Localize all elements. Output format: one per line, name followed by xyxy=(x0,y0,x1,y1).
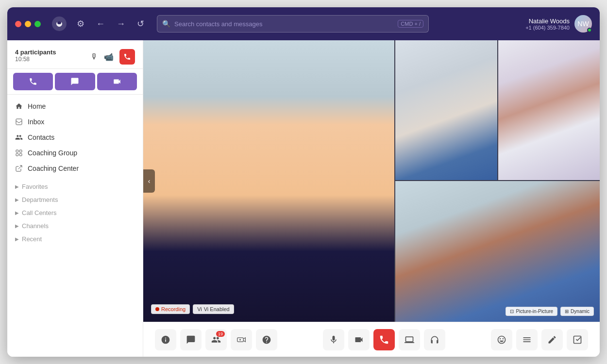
chat-button[interactable] xyxy=(180,329,202,350)
dynamic-label: Dynamic xyxy=(571,309,590,314)
departments-arrow: ▶ xyxy=(15,197,19,202)
call-centers-label: Call Centers xyxy=(22,209,57,216)
recording-badge: Recording Vi Vi Enabled xyxy=(151,304,234,314)
dynamic-icon: ⊞ xyxy=(565,309,569,314)
pip-badge-area: ⊡ Picture-in-Picture ⊞ Dynamic xyxy=(506,307,594,316)
call-controls: 🎙 📹 xyxy=(90,49,135,65)
video-action-button[interactable] xyxy=(97,73,137,90)
nav-contacts[interactable]: Contacts xyxy=(7,130,143,145)
search-bar[interactable]: 🔍 CMD + / xyxy=(157,15,429,33)
action-buttons xyxy=(7,69,143,95)
mic-icon[interactable]: 🎙 xyxy=(90,52,98,61)
call-time: 10:58 xyxy=(15,56,56,63)
rec-dot xyxy=(155,307,159,311)
bottom-toolbar: 19 xyxy=(143,322,600,357)
end-call-small-button[interactable] xyxy=(119,49,135,65)
nav-groups: ▶ Favorites ▶ Departments ▶ Call Centers… xyxy=(7,180,143,246)
nav-coaching-center-label: Coaching Center xyxy=(28,165,79,172)
close-button[interactable] xyxy=(15,21,21,27)
video-thumbnail-3: ⊡ Picture-in-Picture ⊞ Dynamic xyxy=(394,181,600,322)
video-thumbnail-1 xyxy=(394,40,497,181)
svg-rect-5 xyxy=(16,153,18,156)
app-logo xyxy=(51,15,68,33)
departments-label: Departments xyxy=(22,196,58,203)
info-button[interactable] xyxy=(155,329,176,350)
emoji-button[interactable] xyxy=(491,329,512,350)
call-centers-arrow: ▶ xyxy=(15,210,19,215)
video-thumbnail-2 xyxy=(497,40,600,181)
headphones-button[interactable] xyxy=(424,329,445,350)
recording-label: Recording xyxy=(161,306,185,312)
search-icon: 🔍 xyxy=(162,20,170,28)
message-action-button[interactable] xyxy=(55,73,95,90)
toolbar-left-group: 19 xyxy=(155,329,277,350)
checkbox-button[interactable] xyxy=(567,329,588,350)
svg-rect-11 xyxy=(574,336,581,343)
svg-line-7 xyxy=(18,165,22,169)
user-name: Natalie Woods xyxy=(525,17,570,25)
nav-coaching-group[interactable]: Coaching Group xyxy=(7,145,143,161)
phone-action-button[interactable] xyxy=(13,73,53,90)
user-text: Natalie Woods +1 (604) 359-7840 xyxy=(525,17,570,31)
microphone-button[interactable] xyxy=(323,329,344,350)
svg-rect-4 xyxy=(19,150,22,152)
nav-recent[interactable]: ▶ Recent xyxy=(7,232,143,246)
camera-button[interactable] xyxy=(348,329,370,350)
user-phone: +1 (604) 359-7840 xyxy=(525,25,570,31)
search-shortcut: CMD + / xyxy=(398,20,423,28)
nav-inbox[interactable]: Inbox xyxy=(7,114,143,130)
toolbar-right-group xyxy=(491,329,588,350)
vi-label: Vi xyxy=(197,306,202,312)
video-main-feed xyxy=(143,40,394,322)
participants-button[interactable]: 19 xyxy=(205,329,227,350)
end-call-button[interactable] xyxy=(373,329,395,350)
collapse-sidebar-button[interactable]: ‹ xyxy=(143,169,155,193)
nav-channels[interactable]: ▶ Channels xyxy=(7,219,143,232)
help-button[interactable] xyxy=(256,329,277,350)
video-grid: Recording Vi Vi Enabled xyxy=(143,40,600,322)
back-icon[interactable]: ← xyxy=(93,17,108,31)
svg-rect-6 xyxy=(19,153,22,156)
recent-label: Recent xyxy=(22,235,42,243)
nav-call-centers[interactable]: ▶ Call Centers xyxy=(7,206,143,219)
sidebar: 4 participants 10:58 🎙 📹 xyxy=(7,40,143,357)
nav-departments[interactable]: ▶ Departments xyxy=(7,193,143,206)
favorites-label: Favorites xyxy=(22,183,48,190)
minimize-button[interactable] xyxy=(25,21,31,27)
svg-rect-2 xyxy=(16,119,22,125)
channels-label: Channels xyxy=(22,222,49,230)
status-dot xyxy=(587,28,592,33)
content-area: ‹ Recording xyxy=(143,40,600,357)
video-feed-woman xyxy=(498,40,600,180)
titlebar: ⚙ ← → ↺ 🔍 CMD + / Natalie Woods +1 (604)… xyxy=(7,7,600,40)
video-main: Recording Vi Vi Enabled xyxy=(143,40,394,322)
nav-favorites[interactable]: ▶ Favorites xyxy=(7,180,143,193)
nav-home[interactable]: Home xyxy=(7,99,143,114)
recent-arrow: ▶ xyxy=(15,236,19,242)
camera-small-icon[interactable]: 📹 xyxy=(104,52,114,62)
app-window: ⚙ ← → ↺ 🔍 CMD + / Natalie Woods +1 (604)… xyxy=(7,7,600,357)
nav-coaching-center[interactable]: Coaching Center xyxy=(7,161,143,176)
call-participants: 4 participants xyxy=(15,49,56,56)
reload-icon[interactable]: ↺ xyxy=(134,17,147,31)
channels-arrow: ▶ xyxy=(15,223,19,229)
video-area: ‹ Recording xyxy=(143,40,600,322)
svg-rect-3 xyxy=(16,150,18,152)
nav-home-label: Home xyxy=(28,102,46,110)
recording-indicator: Recording xyxy=(151,304,190,314)
pip-icon: ⊡ xyxy=(510,309,514,314)
screen-share-button[interactable] xyxy=(399,329,420,350)
pip-label: Picture-in-Picture xyxy=(516,309,553,314)
add-video-button[interactable] xyxy=(231,329,252,350)
call-info: 4 participants 10:58 🎙 📹 xyxy=(7,40,143,69)
favorites-arrow: ▶ xyxy=(15,184,19,189)
video-top-right xyxy=(394,40,600,181)
forward-icon[interactable]: → xyxy=(114,17,128,31)
menu-button[interactable] xyxy=(516,329,538,350)
search-input[interactable] xyxy=(174,20,394,28)
maximize-button[interactable] xyxy=(34,21,41,27)
settings-icon[interactable]: ⚙ xyxy=(74,17,87,31)
nav-coaching-group-label: Coaching Group xyxy=(28,149,77,157)
edit-button[interactable] xyxy=(541,329,563,350)
nav-contacts-label: Contacts xyxy=(28,133,54,141)
